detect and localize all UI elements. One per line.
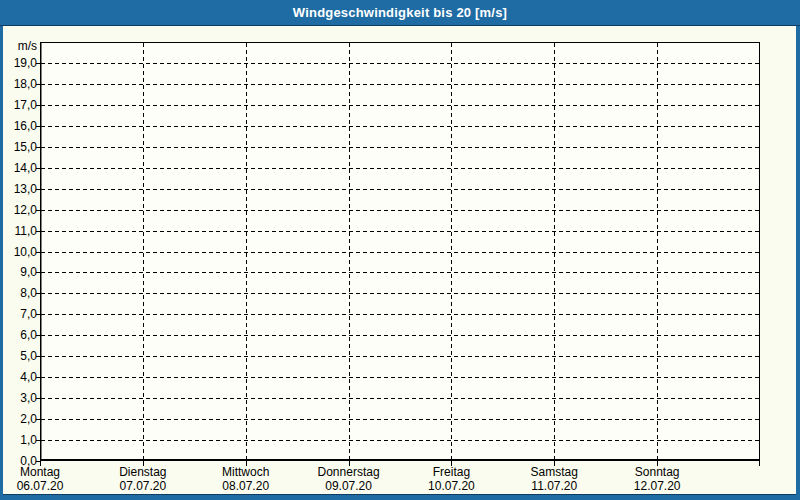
day-name: Mittwoch	[194, 466, 298, 479]
day-name: Sonntag	[605, 466, 709, 479]
y-tick-label: 17,0	[3, 98, 37, 112]
y-tick-label: 11,0	[3, 224, 37, 238]
y-tick-label: 16,0	[3, 119, 37, 133]
x-day-label-mittwoch: Mittwoch08.07.20	[194, 466, 298, 493]
y-tick-label: 1,0	[3, 433, 37, 447]
x-day-label-dienstag: Dienstag07.07.20	[91, 466, 195, 493]
day-date: 06.07.20	[0, 480, 92, 493]
y-tick-label: 5,0	[3, 349, 37, 363]
y-tick-label: 13,0	[3, 182, 37, 196]
y-tick-label: 3,0	[3, 391, 37, 405]
y-tick-label: 10,0	[3, 245, 37, 259]
y-tick-label: 6,0	[3, 328, 37, 342]
chart-title: Windgeschwindigkeit bis 20 [m/s]	[293, 5, 507, 20]
day-date: 11.07.20	[502, 480, 606, 493]
day-name: Freitag	[399, 466, 503, 479]
x-day-label-sonntag: Sonntag12.07.20	[605, 466, 709, 493]
y-tick-label: 14,0	[3, 161, 37, 175]
day-name: Donnerstag	[297, 466, 401, 479]
day-date: 09.07.20	[297, 480, 401, 493]
day-name: Samstag	[502, 466, 606, 479]
plot-area	[40, 42, 760, 466]
day-date: 12.07.20	[605, 480, 709, 493]
x-day-label-samstag: Samstag11.07.20	[502, 466, 606, 493]
day-date: 07.07.20	[91, 480, 195, 493]
chart-content: m/s 0,01,02,03,04,05,06,07,08,09,010,011…	[3, 26, 796, 494]
day-name: Dienstag	[91, 466, 195, 479]
y-axis-unit-label: m/s	[3, 39, 37, 53]
y-tick-label: 4,0	[3, 370, 37, 384]
day-date: 10.07.20	[399, 480, 503, 493]
x-day-label-montag: Montag06.07.20	[0, 466, 92, 493]
y-tick-label: 7,0	[3, 307, 37, 321]
y-tick-label: 12,0	[3, 203, 37, 217]
y-axis: m/s 0,01,02,03,04,05,06,07,08,09,010,011…	[3, 26, 37, 494]
y-tick-label: 2,0	[3, 412, 37, 426]
day-date: 08.07.20	[194, 480, 298, 493]
y-tick-label: 19,0	[3, 56, 37, 70]
y-tick-label: 9,0	[3, 265, 37, 279]
x-day-label-freitag: Freitag10.07.20	[399, 466, 503, 493]
x-day-label-donnerstag: Donnerstag09.07.20	[297, 466, 401, 493]
y-tick-label: 15,0	[3, 140, 37, 154]
x-axis-day-labels: Montag06.07.20Dienstag07.07.20Mittwoch08…	[3, 466, 796, 494]
title-bar: Windgeschwindigkeit bis 20 [m/s]	[0, 0, 800, 26]
y-tick-label: 18,0	[3, 77, 37, 91]
y-tick-label: 8,0	[3, 286, 37, 300]
day-name: Montag	[0, 466, 92, 479]
wind-speed-chart-window: Windgeschwindigkeit bis 20 [m/s] m/s 0,0…	[0, 0, 800, 500]
